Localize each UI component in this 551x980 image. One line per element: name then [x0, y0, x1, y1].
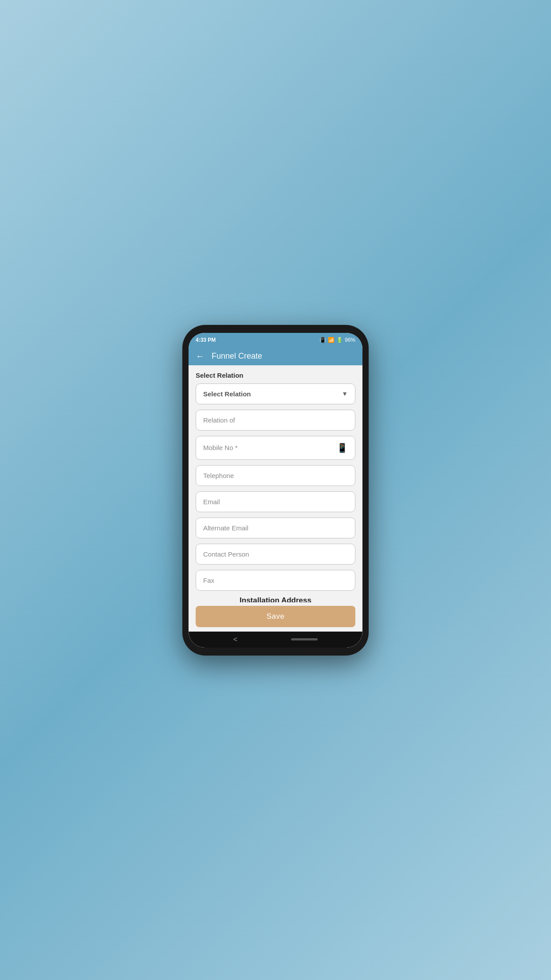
alternate-email-group — [196, 518, 355, 538]
fax-field[interactable] — [196, 570, 355, 591]
mobile-no-field[interactable]: 📱 — [196, 436, 355, 460]
save-button-container: Save — [189, 602, 362, 632]
fax-group — [196, 570, 355, 591]
mobile-no-group: 📱 — [196, 436, 355, 460]
phone-icon: 📱 — [337, 443, 348, 453]
select-relation-value: Select Relation — [203, 390, 251, 398]
relation-of-field[interactable] — [196, 410, 355, 431]
alternate-email-input[interactable] — [203, 524, 348, 532]
status-icons: 📳 📶 🔋 96% — [319, 337, 355, 343]
alternate-email-field[interactable] — [196, 518, 355, 538]
app-title: Funnel Create — [212, 352, 262, 361]
home-indicator[interactable] — [291, 638, 318, 640]
email-group — [196, 491, 355, 512]
form-content: Select Relation Select Relation ▼ 📱 — [189, 365, 362, 602]
phone-screen: 4:33 PM 📳 📶 🔋 96% ← Funnel Create Select… — [189, 333, 362, 648]
fax-input[interactable] — [203, 577, 348, 584]
contact-person-group — [196, 544, 355, 565]
status-bar: 4:33 PM 📳 📶 🔋 96% — [189, 333, 362, 347]
dropdown-arrow-icon: ▼ — [342, 390, 348, 397]
vibrate-icon: 📳 — [319, 337, 326, 343]
nav-back-button[interactable]: < — [233, 636, 237, 644]
app-bar: ← Funnel Create — [189, 347, 362, 365]
battery-percent: 96% — [345, 337, 355, 343]
telephone-input[interactable] — [203, 472, 348, 479]
select-relation-dropdown[interactable]: Select Relation ▼ — [196, 383, 355, 404]
save-button[interactable]: Save — [196, 606, 355, 627]
select-relation-group: Select Relation Select Relation ▼ — [196, 371, 355, 404]
contact-person-field[interactable] — [196, 544, 355, 565]
installation-address-title: Installation Address — [196, 596, 355, 602]
mobile-no-input[interactable] — [203, 444, 333, 451]
back-button[interactable]: ← — [196, 352, 205, 360]
status-time: 4:33 PM — [196, 337, 216, 343]
email-input[interactable] — [203, 498, 348, 506]
email-field[interactable] — [196, 491, 355, 512]
bottom-nav: < — [189, 632, 362, 648]
wifi-icon: 📶 — [328, 337, 335, 343]
phone-device: 4:33 PM 📳 📶 🔋 96% ← Funnel Create Select… — [182, 325, 369, 656]
select-relation-label: Select Relation — [196, 371, 355, 379]
relation-of-input[interactable] — [203, 416, 348, 424]
battery-icon: 🔋 — [336, 337, 343, 343]
relation-of-group — [196, 410, 355, 431]
contact-person-input[interactable] — [203, 550, 348, 558]
telephone-group — [196, 465, 355, 486]
telephone-field[interactable] — [196, 465, 355, 486]
